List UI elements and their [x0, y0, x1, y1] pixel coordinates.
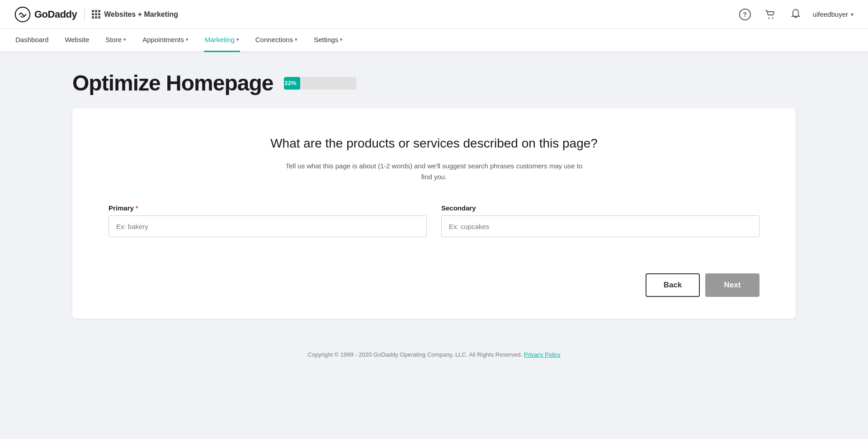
- username-label: uifeedbuyer: [813, 10, 848, 18]
- connections-chevron: ▾: [295, 37, 297, 43]
- primary-input[interactable]: [108, 215, 427, 237]
- secondary-input[interactable]: [441, 215, 760, 237]
- top-bar-right: ? uifeedbuyer ▾: [737, 6, 854, 23]
- grid-icon: [92, 10, 100, 19]
- main-card: What are the products or services descri…: [72, 108, 796, 319]
- page-title-row: Optimize Homepage 22%: [72, 71, 796, 95]
- cart-icon: [764, 9, 776, 20]
- app-name: Websites + Marketing: [92, 10, 178, 19]
- nav-website[interactable]: Website: [64, 29, 90, 52]
- notification-button[interactable]: [788, 6, 804, 23]
- appointments-chevron: ▾: [186, 37, 189, 43]
- card-description: Tell us what this page is about (1-2 wor…: [280, 161, 588, 182]
- godaddy-logo[interactable]: GoDaddy: [14, 6, 77, 23]
- nav-connections[interactable]: Connections ▾: [255, 29, 298, 52]
- footer: Copyright © 1999 - 2020 GoDaddy Operatin…: [0, 337, 868, 369]
- back-button[interactable]: Back: [646, 273, 700, 297]
- nav-store[interactable]: Store ▾: [104, 29, 127, 52]
- nav-appointments[interactable]: Appointments ▾: [142, 29, 189, 52]
- progress-label: 22%: [285, 80, 297, 86]
- secondary-label: Secondary: [441, 204, 760, 212]
- form-fields: Primary * Secondary: [108, 204, 760, 237]
- logo-divider: [84, 8, 85, 21]
- card-question: What are the products or services descri…: [108, 135, 760, 152]
- marketing-chevron: ▾: [236, 37, 239, 43]
- cart-button[interactable]: [762, 6, 778, 23]
- top-bar-left: GoDaddy Websites + Marketing: [14, 6, 178, 23]
- user-menu-chevron: ▾: [851, 11, 854, 18]
- settings-chevron: ▾: [340, 37, 343, 43]
- nav-dashboard[interactable]: Dashboard: [14, 29, 49, 52]
- godaddy-logo-icon: [14, 6, 31, 23]
- secondary-field-group: Secondary: [441, 204, 760, 237]
- primary-label: Primary *: [108, 204, 427, 212]
- nav-marketing[interactable]: Marketing ▾: [204, 29, 240, 52]
- primary-field-group: Primary *: [108, 204, 427, 237]
- page-content: Optimize Homepage 22% What are the produ…: [0, 52, 868, 337]
- store-chevron: ▾: [123, 37, 126, 43]
- help-button[interactable]: ?: [737, 6, 753, 23]
- top-bar: GoDaddy Websites + Marketing ?: [0, 0, 868, 29]
- svg-point-2: [772, 17, 773, 19]
- privacy-policy-link[interactable]: Privacy Policy: [524, 351, 561, 358]
- page-title: Optimize Homepage: [72, 71, 273, 95]
- logo-wordmark: GoDaddy: [34, 9, 77, 20]
- footer-text: Copyright © 1999 - 2020 GoDaddy Operatin…: [307, 351, 522, 358]
- primary-required-star: *: [136, 205, 138, 212]
- svg-point-1: [768, 17, 769, 19]
- nav-bar: Dashboard Website Store ▾ Appointments ▾…: [0, 29, 868, 52]
- progress-fill: 22%: [284, 77, 300, 90]
- card-actions: Back Next: [108, 273, 760, 297]
- progress-bar-container: 22%: [284, 77, 356, 90]
- next-button[interactable]: Next: [705, 273, 760, 297]
- bell-icon: [790, 9, 801, 20]
- nav-settings[interactable]: Settings ▾: [313, 29, 344, 52]
- user-menu[interactable]: uifeedbuyer ▾: [813, 10, 854, 18]
